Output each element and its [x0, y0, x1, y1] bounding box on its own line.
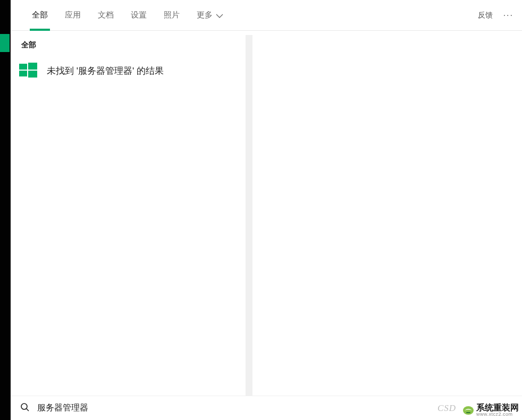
svg-line-5	[27, 408, 29, 410]
no-results-row: 未找到 '服务器管理器' 的结果	[11, 57, 246, 84]
search-icon	[20, 402, 30, 414]
section-header-all: 全部	[11, 31, 246, 57]
preview-panel-inner	[252, 35, 522, 396]
results-panel: 全部 未找到 '服务器管理器' 的结果	[11, 31, 246, 396]
chevron-down-icon	[216, 11, 223, 20]
svg-rect-3	[28, 71, 37, 78]
svg-rect-0	[19, 64, 27, 70]
windows-logo-icon	[18, 61, 38, 81]
svg-point-4	[21, 404, 27, 409]
svg-rect-2	[19, 71, 27, 76]
svg-rect-1	[28, 63, 37, 70]
top-tab-bar: 全部 应用 文档 设置 照片 更多 反馈 ···	[11, 0, 522, 31]
svg-rect-7	[466, 412, 470, 413]
content-area: 全部 未找到 '服务器管理器' 的结果	[11, 31, 522, 396]
no-results-text: 未找到 '服务器管理器' 的结果	[47, 65, 164, 77]
tab-docs[interactable]: 文档	[89, 0, 122, 31]
preview-panel	[246, 35, 522, 396]
brand-logo-icon	[462, 405, 474, 416]
tab-apps[interactable]: 应用	[56, 0, 89, 31]
brand-text: 系统重装网 www.xtcz2.com	[476, 404, 519, 417]
brand-logo: 系统重装网 www.xtcz2.com	[462, 404, 519, 417]
watermark-text: CSD	[437, 403, 456, 414]
tab-all[interactable]: 全部	[23, 0, 56, 31]
left-edge-strip	[0, 0, 11, 420]
more-options-button[interactable]: ···	[501, 11, 516, 20]
tab-settings[interactable]: 设置	[122, 0, 155, 31]
tab-photos[interactable]: 照片	[155, 0, 188, 31]
left-edge-accent	[0, 34, 10, 52]
brand-main-text: 系统重装网	[476, 404, 519, 412]
top-right-actions: 反馈 ···	[478, 11, 522, 20]
tab-more-label: 更多	[197, 10, 213, 20]
feedback-link[interactable]: 反馈	[478, 11, 493, 20]
brand-sub-text: www.xtcz2.com	[476, 412, 519, 417]
tab-more[interactable]: 更多	[188, 0, 232, 31]
tabs-container: 全部 应用 文档 设置 照片 更多	[11, 0, 232, 31]
